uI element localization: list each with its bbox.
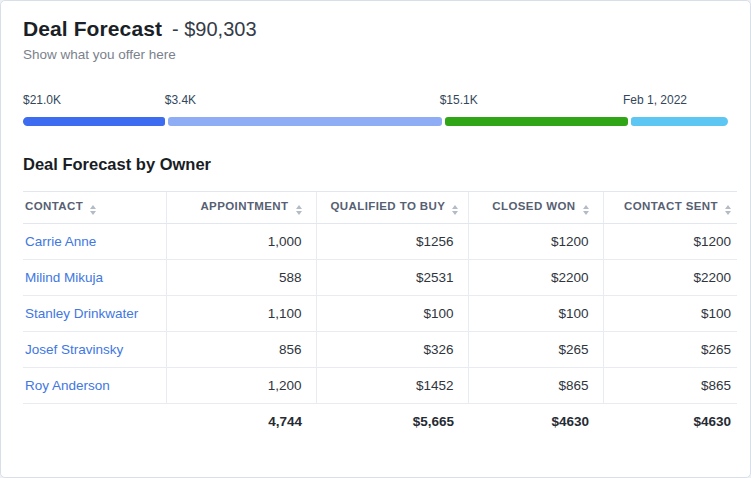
progress-bar — [23, 117, 728, 126]
cell-closed-won: $2200 — [468, 260, 603, 296]
cell-closed-won: $265 — [468, 332, 603, 368]
cell-appointment: 856 — [166, 332, 316, 368]
cell-contact: Stanley Drinkwater — [23, 296, 166, 332]
contact-link[interactable]: Carrie Anne — [25, 234, 96, 249]
cell-contact: Carrie Anne — [23, 224, 166, 260]
cell-qualified-to-buy: $1452 — [316, 368, 468, 404]
deal-forecast-table: CONTACT APPOINTMENT QUALIFIED TO BUY CLO… — [23, 191, 737, 439]
table-body: Carrie Anne 1,000 $1256 $1200 $1200 Mili… — [23, 224, 737, 404]
table-row: Carrie Anne 1,000 $1256 $1200 $1200 — [23, 224, 737, 260]
column-header-appointment[interactable]: APPOINTMENT — [166, 192, 316, 224]
sort-icon[interactable] — [296, 205, 302, 215]
column-header-label: APPOINTMENT — [200, 200, 288, 212]
table-row: Josef Stravinsky 856 $326 $265 $265 — [23, 332, 737, 368]
page-title: Deal Forecast - $90,303 — [23, 17, 735, 41]
contact-link[interactable]: Milind Mikuja — [25, 270, 103, 285]
column-header-label: CLOSED WON — [492, 200, 575, 212]
table-row: Roy Anderson 1,200 $1452 $865 $865 — [23, 368, 737, 404]
contact-link[interactable]: Josef Stravinsky — [25, 342, 123, 357]
total-qualified-to-buy: $5,665 — [316, 404, 468, 440]
total-closed-won: $4630 — [468, 404, 603, 440]
bar-segment-label: $3.4K — [165, 93, 196, 107]
cell-contact-sent: $1200 — [603, 224, 737, 260]
cell-closed-won: $1200 — [468, 224, 603, 260]
cell-appointment: 1,200 — [166, 368, 316, 404]
totals-row: 4,744 $5,665 $4630 $4630 — [23, 404, 737, 440]
deal-forecast-card: Deal Forecast - $90,303 Show what you of… — [0, 0, 751, 478]
cell-contact-sent: $100 — [603, 296, 737, 332]
column-header-qualified-to-buy[interactable]: QUALIFIED TO BUY — [316, 192, 468, 224]
cell-closed-won: $100 — [468, 296, 603, 332]
subtitle: Show what you offer here — [23, 47, 735, 62]
cell-qualified-to-buy: $2531 — [316, 260, 468, 296]
table-row: Stanley Drinkwater 1,100 $100 $100 $100 — [23, 296, 737, 332]
column-header-contact-sent[interactable]: CONTACT SENT — [603, 192, 737, 224]
bar-segment — [23, 117, 165, 126]
cell-contact-sent: $265 — [603, 332, 737, 368]
contact-link[interactable]: Roy Anderson — [25, 378, 110, 393]
title-amount: - $90,303 — [172, 18, 257, 41]
sort-icon[interactable] — [452, 205, 458, 215]
cell-closed-won: $865 — [468, 368, 603, 404]
total-contact-sent: $4630 — [603, 404, 737, 440]
cell-qualified-to-buy: $326 — [316, 332, 468, 368]
total-empty-cell — [23, 404, 166, 440]
cell-contact: Josef Stravinsky — [23, 332, 166, 368]
cell-appointment: 1,100 — [166, 296, 316, 332]
bar-segment-label: $21.0K — [23, 93, 61, 107]
total-appointment: 4,744 — [166, 404, 316, 440]
column-header-label: CONTACT — [25, 200, 83, 212]
cell-contact-sent: $865 — [603, 368, 737, 404]
sort-icon[interactable] — [90, 205, 96, 215]
contact-link[interactable]: Stanley Drinkwater — [25, 306, 138, 321]
column-header-contact[interactable]: CONTACT — [23, 192, 166, 224]
cell-contact: Roy Anderson — [23, 368, 166, 404]
sort-icon[interactable] — [583, 205, 589, 215]
cell-contact: Milind Mikuja — [23, 260, 166, 296]
cell-appointment: 588 — [166, 260, 316, 296]
cell-qualified-to-buy: $1256 — [316, 224, 468, 260]
table-row: Milind Mikuja 588 $2531 $2200 $2200 — [23, 260, 737, 296]
bar-segment — [631, 117, 728, 126]
cell-qualified-to-buy: $100 — [316, 296, 468, 332]
bar-segment — [168, 117, 443, 126]
table-header-row: CONTACT APPOINTMENT QUALIFIED TO BUY CLO… — [23, 192, 737, 224]
bar-segment-label: $15.1K — [440, 93, 478, 107]
title-text: Deal Forecast — [23, 17, 162, 41]
bar-segment-label: Feb 1, 2022 — [623, 93, 687, 107]
sort-icon[interactable] — [725, 205, 731, 215]
column-header-closed-won[interactable]: CLOSED WON — [468, 192, 603, 224]
bar-segment — [445, 117, 628, 126]
column-header-label: QUALIFIED TO BUY — [331, 200, 446, 212]
progress-bar-labels: $21.0K$3.4K$15.1KFeb 1, 2022 — [23, 93, 728, 109]
column-header-label: CONTACT SENT — [624, 200, 718, 212]
cell-appointment: 1,000 — [166, 224, 316, 260]
cell-contact-sent: $2200 — [603, 260, 737, 296]
section-title: Deal Forecast by Owner — [23, 155, 735, 174]
